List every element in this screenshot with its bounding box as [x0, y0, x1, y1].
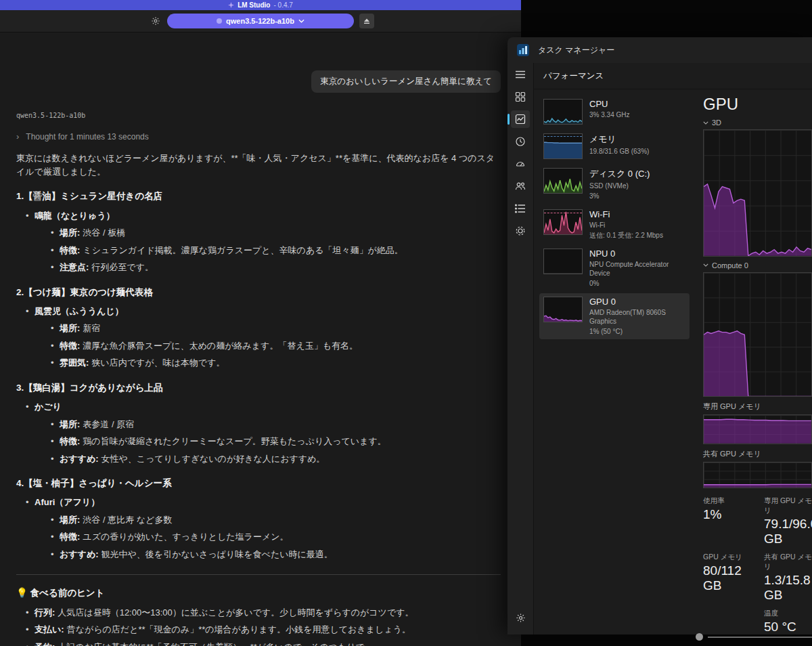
wifi-mini-graph — [543, 209, 583, 235]
chat-area: 東京のおいしいラーメン屋さん簡単に教えて qwen3.5-122b-a10b ›… — [0, 33, 521, 646]
perf-item-npu[interactable]: NPU 0NPU Compute Accelerator Device0% — [539, 245, 690, 291]
chevron-down-icon — [298, 19, 304, 23]
detail-item: おすすめ:女性や、こってりしすぎないのが好きな人におすすめ。 — [51, 452, 501, 466]
gpu-pane-title: GPU — [703, 95, 812, 114]
detail-item: 注意点:行列必至です。 — [51, 261, 501, 274]
detail-item: 雰囲気:狭い店内ですが、味は本物です。 — [51, 356, 501, 370]
sidebar-item-users[interactable] — [511, 177, 530, 195]
sidebar-item-processes[interactable] — [511, 88, 530, 106]
divider — [16, 574, 501, 575]
dedicated-memory-chart — [703, 414, 812, 444]
section-3-title: 3.【鶏白湯】コクがありながら上品 — [16, 381, 501, 395]
sidebar-item-details[interactable] — [511, 200, 530, 217]
gpu-compute-chart — [703, 272, 812, 397]
cpu-mini-graph — [543, 99, 583, 125]
assistant-message: 東京には数えきれないほどラーメン屋がありますが、**「味・人気・アクセス」**を… — [16, 152, 501, 646]
disk-mini-graph — [543, 168, 583, 194]
perf-item-disk[interactable]: ディスク 0 (C:)SSD (NVMe)3% — [539, 165, 690, 204]
sidebar-item-performance[interactable] — [511, 110, 530, 128]
lm-studio-window: LM Studio - 0.4.7 qwen3.5-122b-a10b 東京のお… — [0, 0, 521, 646]
sidebar-item-startup-apps[interactable] — [511, 155, 530, 173]
gpu-stats-grid: 使用率1% 専用 GPU メモリ79.1/96.0 GB GPU メモリ80/1… — [703, 496, 812, 634]
detail-item: 特徴:ユズの香りが効いた、すっきりとした塩ラーメン。 — [51, 530, 501, 544]
gpu-stat-usage: 使用率1% — [703, 496, 761, 546]
assistant-model-name: qwen3.5-122b-a10b — [16, 110, 501, 121]
app-title: LM Studio — [238, 1, 270, 9]
shop-name: かごり — [35, 402, 62, 412]
lm-studio-toolbar: qwen3.5-122b-a10b — [0, 10, 521, 33]
perf-item-wifi[interactable]: Wi-FiWi-Fi送信: 0.1 受信: 2.2 Mbps — [539, 206, 690, 243]
dedicated-memory-label: 専用 GPU メモリ — [703, 402, 812, 412]
chart-compute-toggle[interactable]: Compute 0 — [703, 261, 812, 270]
task-manager-titlebar: タスク マネージャー — [508, 37, 812, 63]
shop-name: Afuri（アフリ） — [35, 497, 99, 507]
horizontal-scrollbar-track[interactable] — [708, 637, 812, 638]
settings-gear-icon[interactable] — [149, 14, 162, 28]
chevron-down-icon — [703, 121, 708, 125]
eject-model-button[interactable] — [359, 14, 374, 28]
shop-name: 鳴龍（なとりゅう） — [35, 211, 115, 221]
gpu-detail-pane: GPU 3D Compute 0 専用 GPU メモリ 共有 GPU メモリ — [691, 89, 812, 634]
app-version: - 0.4.7 — [273, 1, 292, 9]
horizontal-scrollbar-thumb[interactable] — [696, 633, 703, 641]
detail-item: おすすめ:観光中や、後を引かないさっぱり味を食べたい時に最適。 — [51, 548, 501, 561]
model-selector[interactable]: qwen3.5-122b-a10b — [167, 14, 354, 28]
lm-studio-titlebar: LM Studio - 0.4.7 — [0, 0, 521, 10]
task-manager-sidebar — [508, 63, 533, 634]
hint-item: 予約:上記のお店は基本的に**「予約不可（先着順）」**が多いので、そのつもりで… — [26, 641, 501, 646]
sidebar-item-settings[interactable] — [511, 609, 530, 626]
thought-label: Thought for 1 minutes 13 seconds — [26, 131, 148, 143]
memory-mini-graph — [543, 133, 583, 159]
thought-toggle[interactable]: › Thought for 1 minutes 13 seconds — [16, 130, 501, 144]
sidebar-item-services[interactable] — [511, 222, 530, 240]
gpu-stat-shared: 共有 GPU メモリ1.3/15.8 GB — [764, 553, 812, 603]
section-1-title: 1.【醤油】ミシュラン星付きの名店 — [16, 190, 501, 203]
shared-memory-label: 共有 GPU メモリ — [703, 449, 812, 459]
detail-item: 特徴:濃厚な魚介豚骨スープに、太めの麺が絡みます。「替え玉」も有名。 — [51, 339, 501, 353]
gpu-stat-temperature: 温度50 °C — [764, 609, 812, 634]
task-manager-title: タスク マネージャー — [538, 45, 614, 56]
perf-item-gpu[interactable]: GPU 0AMD Radeon(TM) 8060S Graphics1% (50… — [539, 293, 690, 339]
detail-item: 場所:表参道 / 原宿 — [51, 418, 501, 431]
gpu-stat-dedicated: 専用 GPU メモリ79.1/96.0 GB — [764, 496, 812, 546]
section-2-title: 2.【つけ麺】東京のつけ麺代表格 — [16, 286, 501, 299]
chevron-down-icon — [703, 263, 708, 267]
gpu-stat-gpu-memory: GPU メモリ80/112 GB — [703, 553, 761, 603]
task-manager-window: タスク マネージャー パフォーマンス CPU3% 3.34 GHz — [508, 37, 812, 634]
detail-item: 場所:渋谷 / 恵比寿 など多数 — [51, 513, 501, 527]
intro-paragraph: 東京には数えきれないほどラーメン屋がありますが、**「味・人気・アクセス」**を… — [16, 152, 501, 178]
user-message-bubble: 東京のおいしいラーメン屋さん簡単に教えて — [311, 70, 501, 93]
task-manager-logo-icon — [516, 43, 530, 57]
hint-item: 支払い:昔ながらの店だと**「現金のみ」**の場合があります。小銭を用意しておき… — [26, 623, 501, 637]
gpu-mini-graph — [543, 297, 583, 322]
perf-item-cpu[interactable]: CPU3% 3.34 GHz — [539, 95, 690, 128]
lm-studio-logo-icon — [228, 2, 234, 8]
hints-title: 💡 食べる前のヒント — [16, 586, 501, 600]
chart-3d-toggle[interactable]: 3D — [703, 119, 812, 127]
performance-list: CPU3% 3.34 GHz メモリ19.8/31.6 GB (63%) ディス… — [534, 89, 691, 634]
model-status-icon — [217, 18, 222, 24]
shared-memory-chart — [703, 462, 812, 488]
section-4-title: 4.【塩・柚子】さっぱり・ヘルシー系 — [16, 477, 501, 490]
performance-page-title: パフォーマンス — [534, 63, 812, 89]
hint-item: 行列:人気店は昼時（12:00〜13:00）に並ぶことが多いです。少し時間をずら… — [26, 606, 501, 620]
model-selector-label: qwen3.5-122b-a10b — [226, 17, 294, 25]
detail-item: 場所:渋谷 / 板橋 — [51, 226, 501, 240]
detail-item: 特徴:鶏の旨味が凝縮されたクリーミーなスープ。野菜もたっぷり入っています。 — [51, 435, 501, 448]
eject-icon — [363, 18, 370, 24]
sidebar-item-app-history[interactable] — [511, 133, 530, 150]
chevron-right-icon: › — [16, 130, 19, 144]
detail-item: 場所:新宿 — [51, 322, 501, 335]
hamburger-menu-icon[interactable] — [511, 66, 530, 83]
npu-mini-graph — [543, 249, 583, 274]
detail-item: 特徴:ミシュランガイド掲載。濃厚な鶏ガラスープと、辛味のある「坦々麺」が絶品。 — [51, 244, 501, 257]
gpu-3d-chart — [703, 129, 812, 257]
perf-item-memory[interactable]: メモリ19.8/31.6 GB (63%) — [539, 130, 690, 163]
shop-name: 風雲児（ふううんじ） — [35, 306, 124, 316]
